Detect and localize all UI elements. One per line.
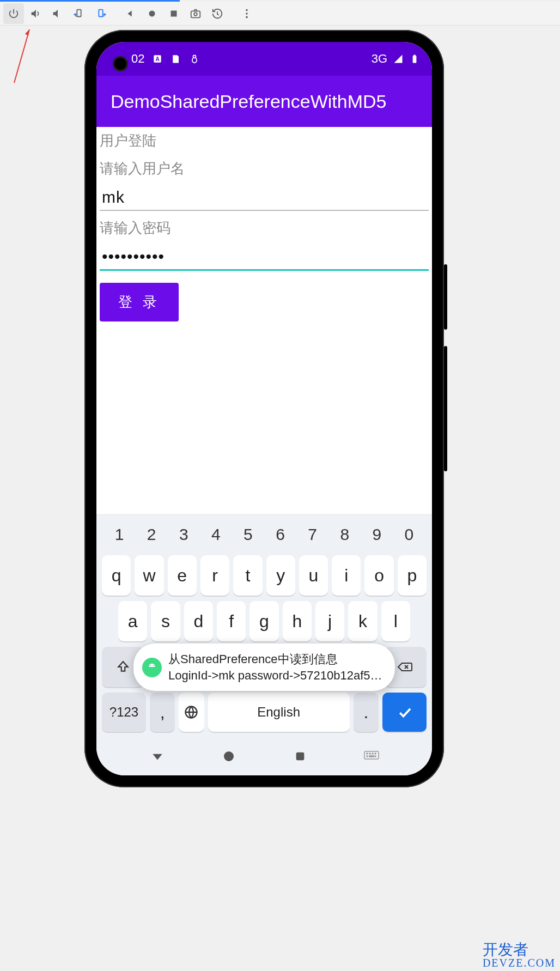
username-label: 请输入用户名 bbox=[96, 155, 432, 183]
enter-key[interactable] bbox=[382, 693, 427, 732]
key-q[interactable]: q bbox=[102, 555, 131, 596]
sd-card-icon bbox=[171, 53, 181, 64]
password-label: 请输入密码 bbox=[96, 214, 432, 242]
watermark-line1: 开发者 bbox=[483, 942, 556, 957]
key-e[interactable]: e bbox=[168, 555, 197, 596]
key-o[interactable]: o bbox=[364, 555, 393, 596]
key-g[interactable]: g bbox=[249, 601, 278, 641]
comma-key[interactable]: , bbox=[150, 693, 175, 732]
rotate-left-icon[interactable] bbox=[69, 3, 89, 24]
key-0[interactable]: 0 bbox=[395, 519, 423, 550]
app-bar: DemoSharedPreferenceWithMD5 bbox=[96, 76, 432, 127]
period-key[interactable]: . bbox=[354, 693, 379, 732]
svg-point-22 bbox=[367, 753, 368, 754]
svg-point-17 bbox=[153, 665, 154, 666]
key-2[interactable]: 2 bbox=[137, 519, 166, 550]
svg-point-27 bbox=[375, 756, 376, 757]
svg-rect-28 bbox=[369, 756, 374, 757]
history-icon[interactable] bbox=[207, 3, 228, 24]
login-button[interactable]: 登 录 bbox=[100, 283, 179, 321]
volume-down-icon[interactable] bbox=[47, 3, 68, 24]
symbols-key[interactable]: ?123 bbox=[102, 693, 146, 732]
key-l[interactable]: l bbox=[381, 601, 410, 641]
watermark-line2: DEVZE.COM bbox=[483, 957, 556, 969]
username-input[interactable] bbox=[102, 188, 427, 207]
space-key[interactable]: English bbox=[208, 693, 350, 732]
svg-rect-15 bbox=[413, 55, 415, 57]
password-input[interactable] bbox=[102, 247, 427, 266]
key-d[interactable]: d bbox=[184, 601, 213, 641]
svg-rect-14 bbox=[413, 56, 417, 63]
key-k[interactable]: k bbox=[348, 601, 377, 641]
key-6[interactable]: 6 bbox=[266, 519, 295, 550]
volume-up-icon[interactable] bbox=[25, 3, 46, 24]
svg-point-2 bbox=[149, 10, 155, 16]
phone-side-button bbox=[444, 346, 447, 471]
key-9[interactable]: 9 bbox=[363, 519, 391, 550]
android-nav-bar bbox=[100, 737, 429, 775]
key-8[interactable]: 8 bbox=[331, 519, 359, 550]
more-icon[interactable] bbox=[236, 3, 257, 24]
username-field-wrap bbox=[100, 183, 429, 211]
signal-icon bbox=[393, 53, 404, 64]
android-status-bar: 02 A 3G bbox=[96, 42, 432, 76]
nav-back-icon[interactable] bbox=[144, 743, 171, 769]
status-time: 02 bbox=[131, 52, 144, 66]
svg-point-19 bbox=[224, 751, 234, 761]
svg-rect-1 bbox=[99, 9, 102, 16]
svg-rect-0 bbox=[77, 9, 81, 16]
svg-text:A: A bbox=[156, 56, 160, 62]
phone-screen: 02 A 3G DemoSharedPreferenceWithMD5 用户登陆… bbox=[96, 42, 432, 775]
record-icon[interactable] bbox=[142, 3, 162, 24]
back-icon[interactable] bbox=[120, 3, 141, 24]
svg-rect-4 bbox=[191, 11, 200, 17]
key-t[interactable]: t bbox=[233, 555, 262, 596]
nav-home-icon[interactable] bbox=[216, 743, 242, 769]
language-key[interactable] bbox=[179, 693, 204, 732]
content-filler bbox=[96, 330, 432, 514]
key-i[interactable]: i bbox=[332, 555, 361, 596]
key-w[interactable]: w bbox=[135, 555, 163, 596]
watermark: 开发者 DEVZE.COM bbox=[483, 942, 556, 969]
key-j[interactable]: j bbox=[315, 601, 344, 641]
key-r[interactable]: r bbox=[200, 555, 229, 596]
debug-icon bbox=[189, 53, 200, 64]
svg-point-16 bbox=[150, 665, 151, 666]
nav-keyboard-icon[interactable] bbox=[358, 743, 385, 769]
svg-point-7 bbox=[246, 13, 248, 15]
key-5[interactable]: 5 bbox=[234, 519, 262, 550]
key-1[interactable]: 1 bbox=[105, 519, 133, 550]
svg-line-9 bbox=[14, 29, 29, 83]
key-y[interactable]: y bbox=[266, 555, 295, 596]
stop-icon[interactable] bbox=[163, 3, 184, 24]
rotate-right-icon[interactable] bbox=[90, 3, 111, 24]
annotation-arrow bbox=[11, 26, 33, 86]
phone-frame: 02 A 3G DemoSharedPreferenceWithMD5 用户登陆… bbox=[84, 30, 444, 787]
svg-point-5 bbox=[194, 13, 197, 16]
battery-icon bbox=[409, 53, 420, 64]
power-icon[interactable] bbox=[3, 3, 24, 24]
key-4[interactable]: 4 bbox=[202, 519, 230, 550]
screenshot-icon[interactable] bbox=[185, 3, 206, 24]
app-title: DemoSharedPreferenceWithMD5 bbox=[111, 91, 386, 112]
key-3[interactable]: 3 bbox=[169, 519, 198, 550]
svg-point-26 bbox=[367, 756, 368, 757]
password-field-wrap bbox=[100, 242, 429, 271]
key-p[interactable]: p bbox=[398, 555, 427, 596]
svg-rect-20 bbox=[296, 752, 304, 761]
key-f[interactable]: f bbox=[217, 601, 246, 641]
svg-point-13 bbox=[193, 55, 196, 58]
key-a[interactable]: a bbox=[118, 601, 147, 641]
network-type: 3G bbox=[372, 52, 387, 66]
key-u[interactable]: u bbox=[299, 555, 328, 596]
svg-point-24 bbox=[372, 753, 373, 754]
keyboard-indicator-icon: A bbox=[152, 53, 163, 64]
toast-line1: 从SharedPreference中读到信息 bbox=[168, 651, 384, 667]
key-7[interactable]: 7 bbox=[299, 519, 327, 550]
key-h[interactable]: h bbox=[283, 601, 312, 641]
nav-recents-icon[interactable] bbox=[287, 743, 313, 769]
soft-keyboard: 1234567890 qwertyuiop asdfghjkl zxcvbnm … bbox=[96, 514, 432, 775]
key-s[interactable]: s bbox=[151, 601, 180, 641]
android-icon bbox=[142, 658, 162, 677]
svg-marker-10 bbox=[25, 29, 29, 36]
